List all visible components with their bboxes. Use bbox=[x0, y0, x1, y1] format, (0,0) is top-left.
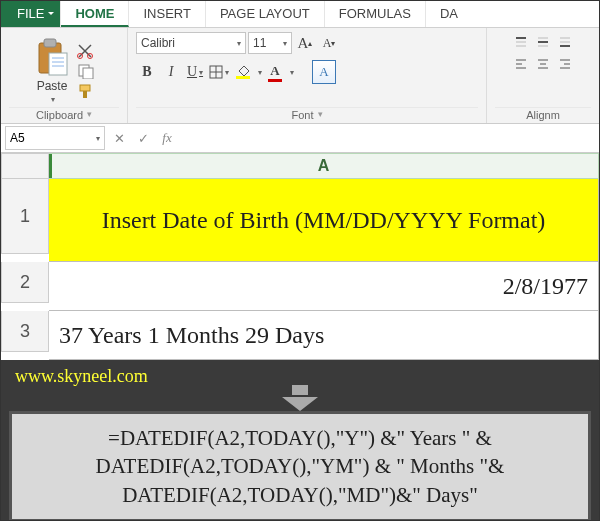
watermark-credit: www.skyneel.com bbox=[1, 360, 599, 387]
chevron-down-icon: ▾ bbox=[283, 39, 287, 48]
chevron-down-icon: ▾ bbox=[237, 39, 241, 48]
align-center-button[interactable] bbox=[533, 54, 553, 74]
row-header-2[interactable]: 2 bbox=[1, 262, 49, 303]
svg-rect-11 bbox=[83, 68, 93, 79]
fill-color-button[interactable] bbox=[232, 62, 254, 82]
bold-button[interactable]: B bbox=[136, 61, 158, 83]
cut-icon bbox=[77, 43, 95, 59]
format-painter-icon bbox=[77, 83, 95, 99]
border-button[interactable]: ▾ bbox=[208, 61, 230, 83]
insert-function-button[interactable]: fx bbox=[155, 127, 179, 149]
cut-button[interactable] bbox=[77, 43, 95, 59]
cell-a1[interactable]: Insert Date of Birth (MM/DD/YYYY Format) bbox=[49, 179, 599, 262]
border-icon bbox=[209, 65, 223, 79]
paste-dropdown-icon[interactable]: ▾ bbox=[51, 95, 55, 104]
select-all-corner[interactable] bbox=[1, 153, 49, 179]
underline-button[interactable]: U▾ bbox=[184, 61, 206, 83]
cancel-entry-button[interactable]: ✕ bbox=[107, 127, 131, 149]
chevron-down-icon[interactable]: ▾ bbox=[290, 68, 294, 77]
confirm-entry-button[interactable]: ✓ bbox=[131, 127, 155, 149]
clipboard-expand-icon[interactable]: ▾ bbox=[87, 109, 92, 121]
chevron-down-icon[interactable]: ▾ bbox=[258, 68, 262, 77]
cell-a2[interactable]: 2/8/1977 bbox=[49, 262, 599, 311]
fill-color-swatch bbox=[236, 76, 250, 79]
font-size-value: 11 bbox=[253, 36, 266, 50]
tab-formulas[interactable]: FORMULAS bbox=[325, 1, 426, 27]
row-header-3[interactable]: 3 bbox=[1, 311, 49, 352]
font-name-value: Calibri bbox=[141, 36, 175, 50]
tab-file[interactable]: FILE bbox=[1, 1, 61, 27]
font-color-letter: A bbox=[270, 63, 279, 79]
row-header-1[interactable]: 1 bbox=[1, 179, 49, 254]
ribbon-tabs: FILE HOME INSERT PAGE LAYOUT FORMULAS DA bbox=[1, 1, 599, 28]
chevron-down-icon: ▾ bbox=[96, 134, 100, 143]
bucket-icon bbox=[236, 65, 250, 76]
paste-icon bbox=[35, 37, 69, 77]
increase-font-button[interactable]: A▴ bbox=[294, 32, 316, 54]
arrow-stem bbox=[292, 385, 308, 395]
column-header-a[interactable]: A bbox=[49, 153, 599, 179]
worksheet: A 1 Insert Date of Birth (MM/DD/YYYY For… bbox=[1, 153, 599, 360]
formula-display-box: =DATEDIF(A2,TODAY(),"Y") &" Years " & DA… bbox=[9, 411, 591, 521]
paste-label: Paste bbox=[37, 79, 68, 93]
svg-rect-12 bbox=[80, 85, 90, 91]
name-box-value: A5 bbox=[10, 131, 25, 145]
align-middle-button[interactable] bbox=[533, 32, 553, 52]
decrease-font-button[interactable]: A▾ bbox=[318, 32, 340, 54]
font-color-button[interactable]: A bbox=[264, 62, 286, 82]
tab-page-layout[interactable]: PAGE LAYOUT bbox=[206, 1, 325, 27]
name-box[interactable]: A5 ▾ bbox=[5, 126, 105, 150]
group-alignment: Alignm bbox=[487, 28, 599, 123]
cell-a3[interactable]: 37 Years 1 Months 29 Days bbox=[49, 311, 599, 360]
group-clipboard-label: Clipboard bbox=[36, 109, 83, 121]
formula-bar-input[interactable] bbox=[179, 127, 599, 149]
align-right-button[interactable] bbox=[555, 54, 575, 74]
font-name-combo[interactable]: Calibri ▾ bbox=[136, 32, 246, 54]
group-clipboard: Paste ▾ bbox=[1, 28, 128, 123]
paste-button[interactable]: Paste ▾ bbox=[33, 35, 71, 104]
ribbon: Paste ▾ bbox=[1, 28, 599, 124]
svg-rect-2 bbox=[49, 53, 67, 75]
svg-rect-13 bbox=[83, 91, 87, 98]
italic-button[interactable]: I bbox=[160, 61, 182, 83]
copy-button[interactable] bbox=[77, 63, 95, 79]
format-painter-button[interactable] bbox=[77, 83, 95, 99]
cell-styles-button[interactable]: A bbox=[312, 60, 336, 84]
copy-icon bbox=[77, 63, 95, 79]
align-top-button[interactable] bbox=[511, 32, 531, 52]
font-expand-icon[interactable]: ▾ bbox=[318, 109, 323, 121]
arrow-down-icon bbox=[282, 397, 318, 411]
tab-home[interactable]: HOME bbox=[61, 1, 129, 27]
align-bottom-button[interactable] bbox=[555, 32, 575, 52]
group-font-label: Font bbox=[291, 109, 313, 121]
font-size-combo[interactable]: 11 ▾ bbox=[248, 32, 292, 54]
font-color-swatch bbox=[268, 79, 282, 82]
svg-rect-1 bbox=[44, 39, 56, 47]
tab-insert[interactable]: INSERT bbox=[129, 1, 205, 27]
align-left-button[interactable] bbox=[511, 54, 531, 74]
tab-data[interactable]: DA bbox=[426, 1, 472, 27]
group-font: Calibri ▾ 11 ▾ A▴ A▾ B I U▾ ▾ bbox=[128, 28, 487, 123]
group-alignment-label: Alignm bbox=[526, 109, 560, 121]
formula-bar-row: A5 ▾ ✕ ✓ fx bbox=[1, 124, 599, 153]
